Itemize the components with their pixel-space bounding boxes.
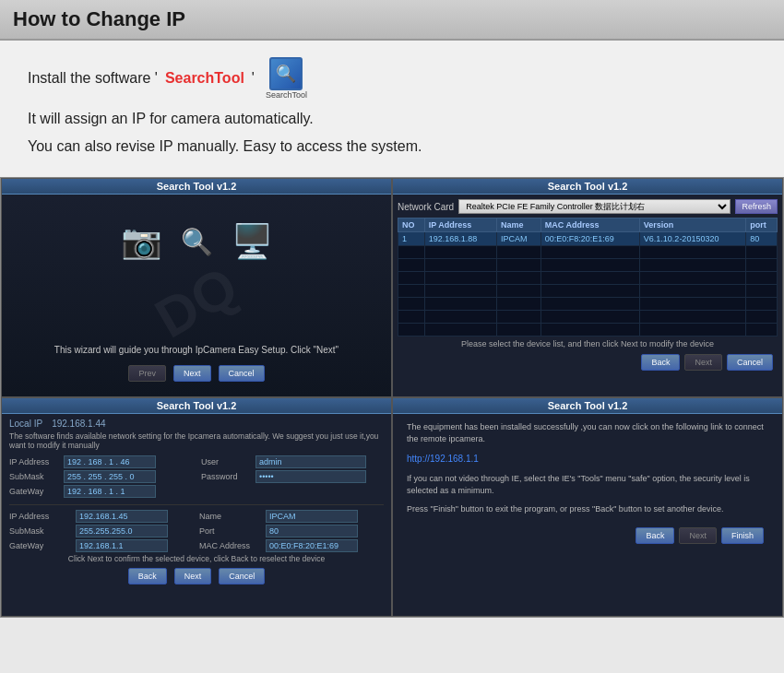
table-header-row: NO IP Address Name MAC Address Version p… <box>398 218 778 232</box>
intro-line-1: Install the software 'SearchTool' 🔍 Sear… <box>28 57 756 100</box>
local-ip-label: Local IP <box>9 419 42 429</box>
searchtool-icon: 🔍 SearchTool <box>266 57 307 100</box>
magnify-icon: 🔍 <box>181 227 213 257</box>
watermark: DQ <box>145 254 248 351</box>
readonly-name-value: IPCAM <box>266 510 358 523</box>
ss3-back-button[interactable]: Back <box>128 568 167 584</box>
ss4-finish-text: Press "Finish" button to exit the progra… <box>407 503 768 515</box>
password-label: Password <box>201 472 252 481</box>
readonly-port-row: Port 80 <box>199 525 384 537</box>
ss4-next-button[interactable]: Next <box>679 527 717 544</box>
ip-address-input[interactable] <box>64 455 156 468</box>
ss3-right-fields: User Password <box>201 455 384 500</box>
ss3-form-grid: IP Address SubMask GateWay User <box>9 455 384 500</box>
ss3-cancel-button[interactable]: Cancel <box>219 568 265 584</box>
readonly-name-label: Name <box>199 512 262 521</box>
device-table-head: NO IP Address Name MAC Address Version p… <box>398 218 778 232</box>
ss3-title: Search Tool v1.2 <box>2 398 391 414</box>
col-version: Version <box>639 218 745 232</box>
ss3-content: Local IP 192.168.1.44 The software finds… <box>2 414 391 592</box>
cell-no: 1 <box>398 232 425 246</box>
ss4-back-button[interactable]: Back <box>636 527 674 544</box>
intro-line-3: You can also revise IP manually. Easy to… <box>28 138 756 155</box>
readonly-ip-value: 192.168.1.45 <box>76 510 168 523</box>
cell-ip: 192.168.1.88 <box>424 232 496 246</box>
col-port: port <box>746 218 778 232</box>
ss4-title: Search Tool v1.2 <box>393 398 782 414</box>
intro-searchtool-highlight: SearchTool <box>165 70 244 87</box>
ss2-next-button[interactable]: Next <box>684 354 722 371</box>
ss4-camera-link[interactable]: http://192.168.1.1 <box>407 454 768 464</box>
ss1-description: This wizard will guide you through IpCam… <box>45 345 348 355</box>
table-row-empty-1 <box>398 246 778 259</box>
readonly-mac-label: MAC Address <box>199 541 262 550</box>
page-title: How to Change IP <box>13 7 771 31</box>
gateway-label: GateWay <box>9 487 60 496</box>
local-ip-row: Local IP 192.168.1.44 <box>9 419 384 429</box>
network-card-label: Network Card <box>398 202 454 212</box>
ss1-cancel-button[interactable]: Cancel <box>219 365 265 382</box>
device-table-body: 1 192.168.1.88 IPCAM 00:E0:F8:20:E1:69 V… <box>398 232 778 336</box>
user-input[interactable] <box>255 455 366 468</box>
ss4-success-text: The equipment has been installed success… <box>407 421 768 444</box>
cell-mac: 00:E0:F8:20:E1:69 <box>540 232 639 246</box>
gateway-input[interactable] <box>64 485 156 498</box>
ip-address-label: IP Address <box>9 457 60 466</box>
network-card-select[interactable]: Realtek PCIe FE Family Controller 数据比计划右 <box>458 199 731 214</box>
form-divider <box>9 504 384 505</box>
intro-line-2: It will assign an IP for camera automati… <box>28 111 756 127</box>
readonly-ip-row: IP Address 192.168.1.45 <box>9 510 194 523</box>
ss1-title: Search Tool v1.2 <box>2 179 391 195</box>
ss4-buttons: Back Next Finish <box>407 525 768 547</box>
page-header: How to Change IP <box>0 0 784 41</box>
ss3-info-text: The software finds available network set… <box>9 431 384 450</box>
ss2-back-button[interactable]: Back <box>641 354 680 371</box>
col-name: Name <box>497 218 541 232</box>
screenshot-4: Search Tool v1.2 The equipment has been … <box>392 397 783 617</box>
readonly-submask-value: 255.255.255.0 <box>76 525 168 537</box>
col-mac: MAC Address <box>540 218 639 232</box>
network-card-row: Network Card Realtek PCIe FE Family Cont… <box>398 199 778 214</box>
readonly-port-label: Port <box>199 526 262 536</box>
user-label: User <box>201 457 252 466</box>
searchtool-icon-label: SearchTool <box>266 90 307 100</box>
table-row-empty-2 <box>398 259 778 272</box>
ss4-finish-button[interactable]: Finish <box>721 527 764 544</box>
ss3-next-button[interactable]: Next <box>174 568 212 584</box>
readonly-ip-label: IP Address <box>9 512 72 521</box>
cell-port: 80 <box>746 232 778 246</box>
screenshot-3: Search Tool v1.2 Local IP 192.168.1.44 T… <box>1 397 392 617</box>
cell-name: IPCAM <box>497 232 541 246</box>
camera-icons: 📷 🔍 🖥️ <box>121 222 273 261</box>
ss2-cancel-button[interactable]: Cancel <box>727 354 773 371</box>
ss2-buttons: Back Next Cancel <box>398 351 778 373</box>
ss1-prev-button[interactable]: Prev <box>128 365 166 382</box>
password-input[interactable] <box>255 470 366 483</box>
readonly-gateway-value: 192.168.1.1 <box>76 539 168 552</box>
ss4-warning-text: If you can not video through IE, select … <box>407 473 768 496</box>
intro-section: Install the software 'SearchTool' 🔍 Sear… <box>0 41 784 177</box>
searchtool-icon-box: 🔍 <box>269 57 303 90</box>
table-row[interactable]: 1 192.168.1.88 IPCAM 00:E0:F8:20:E1:69 V… <box>398 232 778 246</box>
camera-icon-1: 📷 <box>121 222 162 261</box>
table-row-empty-3 <box>398 272 778 285</box>
readonly-port-value: 80 <box>266 525 358 537</box>
cell-version: V6.1.10.2-20150320 <box>639 232 745 246</box>
device-table: NO IP Address Name MAC Address Version p… <box>398 218 778 336</box>
readonly-mac-value: 00:E0:F8:20:E1:69 <box>266 539 358 552</box>
ss4-content: The equipment has been installed success… <box>393 414 782 554</box>
ss1-next-button[interactable]: Next <box>173 365 211 382</box>
ss1-content: 📷 🔍 🖥️ DQ This wizard will guide you thr… <box>2 195 391 394</box>
refresh-button[interactable]: Refresh <box>735 199 778 214</box>
submask-input[interactable] <box>64 470 156 483</box>
ss2-title: Search Tool v1.2 <box>393 179 782 195</box>
table-row-empty-4 <box>398 285 778 298</box>
readonly-mac-row: MAC Address 00:E0:F8:20:E1:69 <box>199 539 384 552</box>
col-ip: IP Address <box>424 218 496 232</box>
ip-address-row: IP Address <box>9 455 192 468</box>
readonly-submask-label: SubMask <box>9 526 72 536</box>
ss2-footer: Please select the device list, and then … <box>398 336 778 351</box>
screenshot-1: Search Tool v1.2 📷 🔍 🖥️ DQ This wizard w… <box>1 178 392 397</box>
password-row: Password <box>201 470 384 483</box>
table-row-empty-5 <box>398 298 778 311</box>
